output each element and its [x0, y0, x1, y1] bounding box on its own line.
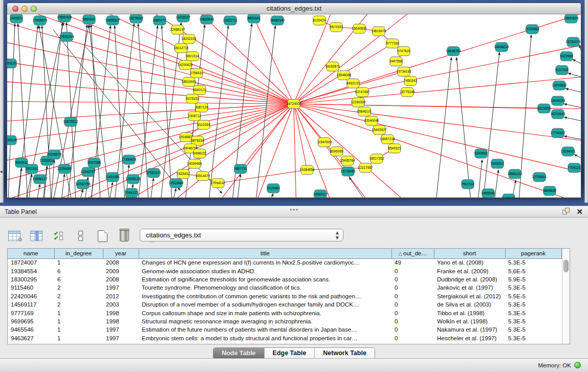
graph-node[interactable]: 16782759 [76, 180, 91, 189]
graph-edge[interactable] [564, 117, 581, 121]
graph-edge[interactable] [7, 60, 294, 104]
table-cell[interactable]: 2008 [103, 258, 139, 267]
table-cell[interactable]: Estimation of significance thresholds fo… [139, 275, 391, 283]
citation-network-graph[interactable]: 1872400722486197182021031601271696013141… [7, 14, 581, 198]
table-cell[interactable]: 49 [391, 258, 434, 267]
column-header-out_de[interactable]: △out_de… [391, 249, 434, 258]
graph-node[interactable]: 9860041 [82, 15, 96, 24]
graph-edge[interactable] [456, 57, 471, 198]
table-cell[interactable]: 0 [391, 334, 434, 342]
graph-node[interactable]: 12034021 [561, 147, 576, 156]
graph-node[interactable]: 16648784 [446, 47, 461, 56]
table-cell[interactable]: 1997 [103, 334, 139, 342]
graph-node[interactable]: 10655327 [105, 16, 120, 25]
graph-node[interactable]: 18510901 [182, 77, 197, 86]
graph-edge[interactable] [294, 104, 581, 176]
table-cell[interactable]: Tibbo et al. (1998) [434, 309, 505, 317]
table-cell[interactable]: 2 [54, 300, 103, 309]
graph-edge[interactable] [140, 14, 294, 104]
graph-node[interactable]: 16640830 [352, 24, 367, 33]
table-row[interactable]: 1830029562008Estimation of significance … [8, 275, 561, 283]
table-row[interactable]: 911546021997Tourette syndrome. Phenomeno… [8, 283, 561, 292]
graph-node[interactable]: 8852041 [247, 14, 260, 23]
graph-node[interactable]: 7044121 [125, 188, 138, 198]
graph-node[interactable]: 9601314 [186, 52, 199, 61]
graph-node[interactable]: 8110264 [198, 120, 210, 129]
collapse-handle-icon[interactable]: ◂ [0, 169, 3, 174]
memory-ok-led-icon[interactable] [574, 362, 581, 368]
table-cell[interactable]: 2003 [103, 300, 139, 309]
table-cell[interactable]: 9115460 [8, 283, 54, 292]
graph-node[interactable]: 16675512 [63, 117, 78, 126]
graph-node[interactable]: 12923488 [169, 179, 184, 188]
table-cell[interactable]: 0 [391, 267, 434, 275]
graph-node[interactable]: 10747487 [355, 87, 370, 97]
graph-node[interactable]: 9857791 [234, 164, 247, 173]
graph-node[interactable]: 2053120 [7, 59, 17, 68]
graph-node[interactable]: 12160399 [351, 98, 366, 107]
graph-node[interactable]: 19591824 [564, 14, 579, 23]
graph-node[interactable]: 11547693 [317, 138, 332, 147]
table-cell[interactable]: 5.3E-5 [505, 283, 561, 292]
show-column-button[interactable] [29, 229, 43, 243]
new-table-button[interactable] [95, 229, 110, 243]
table-cell[interactable]: 2008 [103, 275, 139, 283]
table-cell[interactable]: Dudbridge et al. (2008) [434, 275, 505, 283]
graph-node[interactable]: 12342757 [81, 167, 96, 177]
table-cell[interactable]: Franke et al. (2009) [434, 267, 505, 275]
graph-node[interactable]: 9572303 [330, 23, 343, 32]
graph-node[interactable]: 8096995 [330, 147, 343, 156]
table-cell[interactable]: 18724007 [8, 258, 54, 267]
graph-edge[interactable] [241, 104, 294, 169]
table-cell[interactable]: 6 [54, 267, 103, 275]
graph-node[interactable]: 12505135 [126, 174, 141, 184]
graph-edge[interactable] [191, 14, 294, 104]
graph-edge[interactable] [564, 104, 581, 107]
table-cell[interactable]: 1998 [103, 317, 139, 325]
table-cell[interactable]: 0 [391, 275, 434, 283]
graph-edge[interactable] [307, 168, 365, 170]
table-scrollbar-thumb[interactable] [563, 260, 569, 272]
graph-node[interactable]: 9498222 [193, 149, 206, 158]
graph-node[interactable]: 19616970 [372, 27, 386, 36]
graph-node[interactable]: 16210643 [551, 110, 565, 119]
graph-node[interactable]: 9463627 [502, 194, 515, 198]
graph-node[interactable]: 9115460 [267, 184, 280, 193]
table-cell[interactable]: Structural magnetic resonance image aver… [139, 317, 391, 325]
graph-node[interactable]: 8960477 [153, 16, 166, 25]
graph-edge[interactable] [256, 26, 275, 198]
table-cell[interactable]: 5.3E-5 [505, 334, 561, 342]
graph-node[interactable]: 2758431 [190, 69, 203, 78]
graph-edge[interactable] [150, 178, 154, 198]
graph-edge[interactable] [573, 59, 581, 63]
graph-node[interactable]: 17405578 [33, 16, 48, 25]
graph-node[interactable]: 11156869 [57, 164, 72, 173]
graph-node[interactable]: 9497568 [389, 57, 403, 66]
delete-table-button[interactable] [117, 229, 132, 243]
graph-node[interactable]: 30691406 [57, 14, 72, 22]
table-cell[interactable]: de Silva et al. (2003) [434, 300, 505, 309]
column-header-title[interactable]: title [139, 249, 391, 258]
close-panel-icon[interactable]: ✕ [576, 208, 583, 215]
graph-node[interactable]: 8492137 [346, 79, 360, 88]
graph-edge[interactable] [18, 168, 21, 198]
table-cell[interactable]: 0 [391, 317, 434, 325]
graph-edge[interactable] [294, 76, 581, 104]
table-cell[interactable]: Embryonic stem cells: a model to study s… [139, 334, 391, 342]
table-cell[interactable]: 5.3E-5 [505, 317, 561, 325]
table-cell[interactable]: 1 [54, 325, 103, 334]
table-cell[interactable]: 0 [391, 292, 434, 300]
tab-node-table[interactable]: Node Table [213, 348, 264, 359]
graph-edge[interactable] [218, 170, 307, 183]
graph-edge[interactable] [8, 24, 15, 198]
table-row[interactable]: 969969511998Structural magnetic resonanc… [8, 317, 561, 325]
graph-node[interactable]: 15493927 [372, 125, 387, 135]
graph-edge[interactable] [294, 104, 296, 198]
graph-node[interactable]: 11154808 [525, 25, 539, 34]
graph-node[interactable]: 17594147 [211, 179, 226, 188]
graph-node[interactable]: 16162871 [325, 62, 340, 71]
graph-node[interactable]: 14200423 [178, 60, 193, 70]
table-cell[interactable]: Changes of HCN gene expression and I(f) … [139, 258, 391, 267]
table-cell[interactable]: 2 [54, 283, 103, 292]
table-cell[interactable]: 5.6E-5 [505, 267, 561, 275]
